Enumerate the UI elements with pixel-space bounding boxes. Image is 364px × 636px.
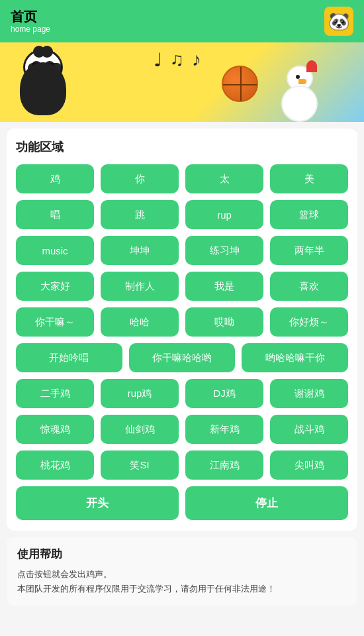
basketball-icon (222, 66, 258, 102)
button-row-8: 桃花鸡笑SI江南鸡尖叫鸡 (16, 450, 348, 480)
function-button-0-2[interactable]: 太 (185, 164, 263, 193)
function-button-1-1[interactable]: 跳 (101, 200, 179, 229)
header-titles: 首页 home page (11, 9, 50, 34)
function-button-3-3[interactable]: 喜欢 (270, 272, 348, 301)
function-button-7-3[interactable]: 战斗鸡 (270, 415, 348, 444)
function-button-3-1[interactable]: 制作人 (101, 272, 179, 301)
function-button-2-2[interactable]: 练习坤 (185, 236, 263, 265)
header: 首页 home page 🐼 (0, 0, 364, 42)
panda-ear-right (41, 46, 53, 58)
panda-body (20, 62, 66, 115)
function-button-1-2[interactable]: rup (185, 200, 263, 229)
button-row-4: 你干嘛～哈哈哎呦你好烦～ (16, 307, 348, 337)
bottom-buttons: 开头 停止 (16, 486, 348, 520)
music-note-1: ♩ (154, 49, 162, 71)
function-button-8-0[interactable]: 桃花鸡 (16, 450, 94, 480)
banner-chicken (275, 62, 324, 122)
function-button-1-0[interactable]: 唱 (16, 200, 94, 229)
function-button-5-0[interactable]: 开始吟唱 (16, 343, 122, 372)
function-button-8-1[interactable]: 笑SI (101, 450, 179, 480)
chicken-comb (306, 60, 317, 72)
function-button-4-3[interactable]: 你好烦～ (270, 307, 348, 337)
function-button-3-2[interactable]: 我是 (185, 272, 263, 301)
function-button-0-1[interactable]: 你 (101, 164, 179, 193)
help-title: 使用帮助 (17, 547, 347, 562)
start-button[interactable]: 开头 (16, 486, 179, 520)
banner-panda (13, 49, 73, 115)
function-button-1-3[interactable]: 篮球 (270, 200, 348, 229)
logo-icon: 🐼 (324, 7, 353, 36)
page-title: 首页 (11, 9, 50, 25)
function-button-6-1[interactable]: rup鸡 (101, 379, 179, 408)
function-button-0-3[interactable]: 美 (270, 164, 348, 193)
help-section: 使用帮助 点击按钮就会发出鸡声。本团队开发的所有程序仅限用于交流学习，请勿用于任… (7, 537, 357, 606)
function-button-8-3[interactable]: 尖叫鸡 (270, 450, 348, 480)
function-button-6-3[interactable]: 谢谢鸡 (270, 379, 348, 408)
button-area: 鸡你太美唱跳rup篮球music坤坤练习坤两年半大家好制作人我是喜欢你干嘛～哈哈… (16, 164, 348, 480)
function-button-5-2[interactable]: 哟哈哈嘛干你 (242, 343, 348, 372)
chicken-body (281, 85, 318, 122)
function-button-8-2[interactable]: 江南鸡 (185, 450, 263, 480)
button-row-7: 惊魂鸡仙剑鸡新年鸡战斗鸡 (16, 415, 348, 444)
banner: ♩ ♫ ♪ (0, 42, 364, 122)
function-button-3-0[interactable]: 大家好 (16, 272, 94, 301)
help-line-1: 本团队开发的所有程序仅限用于交流学习，请勿用于任何非法用途！ (17, 582, 347, 596)
button-row-6: 二手鸡rup鸡DJ鸡谢谢鸡 (16, 379, 348, 408)
function-button-7-0[interactable]: 惊魂鸡 (16, 415, 94, 444)
function-button-4-1[interactable]: 哈哈 (101, 307, 179, 337)
function-button-4-0[interactable]: 你干嘛～ (16, 307, 94, 337)
function-button-6-0[interactable]: 二手鸡 (16, 379, 94, 408)
help-line-0: 点击按钮就会发出鸡声。 (17, 567, 347, 582)
music-note-3: ♪ (192, 49, 201, 71)
function-button-6-2[interactable]: DJ鸡 (185, 379, 263, 408)
function-button-7-1[interactable]: 仙剑鸡 (101, 415, 179, 444)
button-row-0: 鸡你太美 (16, 164, 348, 193)
function-button-2-1[interactable]: 坤坤 (101, 236, 179, 265)
music-notes: ♩ ♫ ♪ (154, 49, 201, 71)
button-row-5: 开始吟唱你干嘛哈哈哟哟哈哈嘛干你 (16, 343, 348, 372)
function-button-0-0[interactable]: 鸡 (16, 164, 94, 193)
chicken-beak (298, 79, 306, 84)
function-button-5-1[interactable]: 你干嘛哈哈哟 (129, 343, 236, 372)
main-section: 功能区域 鸡你太美唱跳rup篮球music坤坤练习坤两年半大家好制作人我是喜欢你… (7, 129, 357, 531)
basketball-line-v (240, 67, 242, 101)
function-button-7-2[interactable]: 新年鸡 (185, 415, 263, 444)
banner-inner: ♩ ♫ ♪ (0, 42, 364, 122)
function-button-2-3[interactable]: 两年半 (270, 236, 348, 265)
function-button-2-0[interactable]: music (16, 236, 94, 265)
button-row-2: music坤坤练习坤两年半 (16, 236, 348, 265)
stop-button[interactable]: 停止 (185, 486, 348, 520)
section-title: 功能区域 (16, 139, 348, 155)
function-button-4-2[interactable]: 哎呦 (185, 307, 263, 337)
help-lines: 点击按钮就会发出鸡声。本团队开发的所有程序仅限用于交流学习，请勿用于任何非法用途… (17, 567, 347, 596)
button-row-1: 唱跳rup篮球 (16, 200, 348, 229)
button-row-3: 大家好制作人我是喜欢 (16, 272, 348, 301)
music-note-2: ♫ (170, 49, 184, 71)
page-subtitle: home page (11, 25, 50, 34)
